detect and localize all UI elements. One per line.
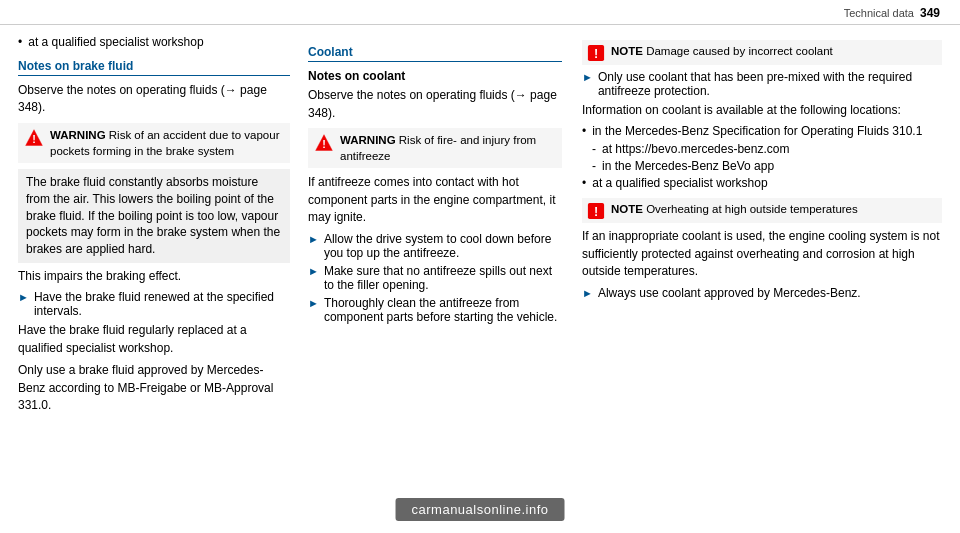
info-text: Information on coolant is available at t… xyxy=(582,102,942,119)
svg-text:!: ! xyxy=(32,133,36,145)
header-bar: Technical data 349 xyxy=(0,0,960,25)
arrow-clean: ► Thoroughly clean the antifreeze from c… xyxy=(308,296,562,324)
note-damage-text: NOTE Damage caused by incorrect coolant xyxy=(611,43,833,59)
section-brake-fluid: Notes on brake fluid xyxy=(18,59,290,76)
col-right: ! NOTE Damage caused by incorrect coolan… xyxy=(578,35,942,419)
svg-text:!: ! xyxy=(594,205,598,219)
arrow-spills: ► Make sure that no antifreeze spills ou… xyxy=(308,264,562,292)
arrow-brake-renewal: ► Have the brake fluid renewed at the sp… xyxy=(18,290,290,318)
arrow-icon-clean: ► xyxy=(308,297,319,309)
page-container: Technical data 349 at a qualified specia… xyxy=(0,0,960,533)
col-left: at a qualified specialist workshop Notes… xyxy=(18,35,308,419)
bullet-spec: in the Mercedes-Benz Specification for O… xyxy=(582,124,942,138)
col-mid: Coolant Notes on coolant Observe the not… xyxy=(308,35,578,419)
warning-triangle-fire-icon: ! xyxy=(314,133,334,153)
arrow-icon-cooldown: ► xyxy=(308,233,319,245)
warning-brake-text: WARNING Risk of an accident due to vapou… xyxy=(50,127,284,159)
brake-intro: Observe the notes on operating fluids (→… xyxy=(18,82,290,117)
header-title: Technical data xyxy=(844,7,914,19)
arrow-coolant-approved: ► Always use coolant approved by Mercede… xyxy=(582,286,942,300)
top-bullet-text: at a qualified specialist workshop xyxy=(28,35,203,49)
warning-brake-box: ! WARNING Risk of an accident due to vap… xyxy=(18,123,290,163)
bottom-text1: Have the brake fluid regularly replaced … xyxy=(18,322,290,357)
note-damage-box: ! NOTE Damage caused by incorrect coolan… xyxy=(582,40,942,65)
coolant-intro: Observe the notes on operating fluids (→… xyxy=(308,87,562,122)
note-square-overheat-icon: ! xyxy=(587,202,605,220)
svg-text:!: ! xyxy=(322,138,326,150)
dash-bevo-url: at https://bevo.mercedes-benz.com xyxy=(582,142,942,156)
section-coolant: Coolant xyxy=(308,45,562,62)
arrow-icon-spills: ► xyxy=(308,265,319,277)
top-bullet-item: at a qualified specialist workshop xyxy=(18,35,290,49)
watermark: carmanualsonline.info xyxy=(396,498,565,521)
antifreeze-text: If antifreeze comes into contact with ho… xyxy=(308,174,562,226)
arrow-icon-approved: ► xyxy=(582,287,593,299)
overheat-text: If an inappropriate coolant is used, the… xyxy=(582,228,942,280)
warning-triangle-icon: ! xyxy=(24,128,44,148)
svg-text:!: ! xyxy=(594,47,598,61)
gray-box-brake: The brake fluid constantly absorbs moist… xyxy=(18,169,290,263)
dash-bevo-app: in the Mercedes-Benz BeVo app xyxy=(582,159,942,173)
arrow-icon-brake: ► xyxy=(18,291,29,303)
impairs-text: This impairs the braking effect. xyxy=(18,268,290,285)
warning-fire-text: WARNING Risk of fire- and injury from an… xyxy=(340,132,556,164)
bullet-specialist: at a qualified specialist workshop xyxy=(582,176,942,190)
arrow-cooldown: ► Allow the drive system to cool down be… xyxy=(308,232,562,260)
warning-fire-box: ! WARNING Risk of fire- and injury from … xyxy=(308,128,562,168)
page-number: 349 xyxy=(920,6,940,20)
note-square-icon: ! xyxy=(587,44,605,62)
arrow-premixed: ► Only use coolant that has been pre-mix… xyxy=(582,70,942,98)
note-overheat-text: NOTE Overheating at high outside tempera… xyxy=(611,201,858,217)
content-area: at a qualified specialist workshop Notes… xyxy=(0,25,960,429)
subsection-notes-coolant: Notes on coolant xyxy=(308,68,562,85)
note-overheat-box: ! NOTE Overheating at high outside tempe… xyxy=(582,198,942,223)
bottom-text2: Only use a brake fluid approved by Merce… xyxy=(18,362,290,414)
arrow-icon-premixed: ► xyxy=(582,71,593,83)
